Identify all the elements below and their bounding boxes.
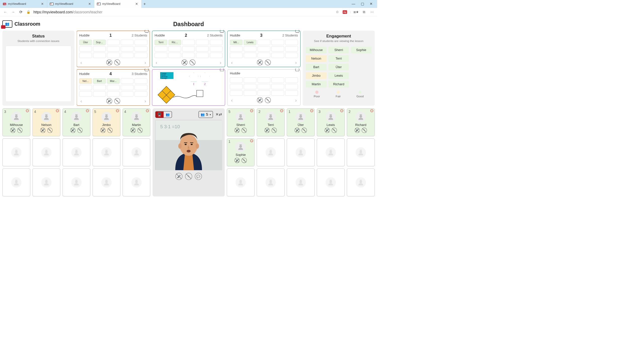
close-tab-icon[interactable]: ✕ — [88, 2, 91, 6]
chevron-left-icon[interactable]: ‹ — [79, 60, 83, 65]
student-slot-empty[interactable] — [135, 53, 147, 58]
remove-student-icon[interactable]: — — [86, 109, 89, 112]
browser-tab[interactable]: mymyViewBoard✕ — [0, 0, 47, 8]
student-slot-empty[interactable] — [93, 91, 106, 97]
student-slot-empty[interactable] — [107, 85, 119, 90]
flip-icon[interactable] — [295, 30, 299, 33]
pen-disable-icon[interactable]: ✎ — [185, 173, 192, 180]
engagement-chip[interactable]: Jimbo — [306, 72, 326, 79]
chevron-right-icon[interactable]: › — [143, 98, 147, 104]
pen-disable-icon[interactable]: ✎ — [77, 128, 82, 133]
pen-disable-icon[interactable]: ✎ — [137, 128, 143, 133]
student-card[interactable]: 4 —Martin 🎤 ✎ — [122, 108, 150, 136]
pen-disable-icon[interactable]: ✎ — [265, 97, 271, 103]
student-card[interactable]: 1 —Sophie 🎤 ✎ — [227, 138, 255, 166]
chevron-left-icon[interactable]: ‹ — [230, 97, 234, 103]
pen-disable-icon[interactable]: ✎ — [242, 128, 247, 133]
pen-disable-icon[interactable]: ✎ — [107, 128, 113, 133]
student-slot-empty[interactable] — [168, 46, 181, 52]
student-card[interactable]: 2 —Richard 🎤 ✎ — [347, 108, 375, 136]
pen-disable-icon[interactable]: ✎ — [190, 60, 195, 65]
pen-disable-icon[interactable]: ✎ — [17, 128, 22, 133]
student-slot[interactable]: Nel... — [79, 78, 92, 84]
engagement-chip[interactable]: Sophie — [351, 47, 371, 54]
student-slot-empty[interactable] — [121, 46, 133, 52]
favorites-bar-icon[interactable]: ≣★ — [354, 10, 359, 15]
engagement-chip[interactable]: Üter — [328, 64, 349, 71]
student-slot-empty[interactable] — [257, 84, 270, 89]
pen-disable-icon[interactable]: ✎ — [114, 98, 120, 104]
pen-disable-icon[interactable]: ✎ — [242, 158, 247, 163]
flip-icon[interactable] — [145, 68, 149, 71]
student-slot-empty[interactable] — [257, 91, 270, 96]
student-slot-empty[interactable] — [79, 85, 92, 90]
student-slot[interactable]: Sop... — [93, 40, 106, 45]
remove-student-icon[interactable]: — — [250, 139, 253, 142]
new-tab-button[interactable]: + — [141, 0, 148, 8]
student-slot-empty[interactable] — [196, 40, 209, 45]
student-slot-empty[interactable] — [79, 91, 92, 97]
student-card-empty[interactable] — [257, 168, 285, 196]
mic-mute-icon[interactable]: 🎤 — [182, 60, 187, 65]
student-slot-empty[interactable] — [135, 91, 147, 97]
student-slot-empty[interactable] — [93, 85, 106, 90]
student-slot-empty[interactable] — [210, 46, 223, 52]
student-card-empty[interactable] — [257, 138, 285, 166]
whiteboard-tile[interactable]: TriangleSquareRectanglePentagon 1 2 — [152, 69, 225, 106]
student-slot-empty[interactable] — [230, 91, 242, 96]
student-slot-empty[interactable] — [257, 46, 270, 52]
favorite-icon[interactable]: ✩ — [335, 10, 340, 15]
student-slot-empty[interactable] — [230, 46, 242, 52]
student-slot-empty[interactable] — [155, 53, 167, 58]
remove-student-icon[interactable]: — — [56, 109, 59, 112]
flip-icon[interactable] — [220, 68, 224, 71]
student-slot-empty[interactable] — [271, 53, 284, 58]
view-mode-toggle[interactable]: 🖥️ 👥 — [155, 111, 172, 118]
student-slot-empty[interactable] — [230, 53, 242, 58]
student-slot-empty[interactable] — [121, 91, 133, 97]
refresh-button[interactable]: ⟳ — [19, 10, 24, 15]
shuffle-button[interactable]: ✕⇄ — [216, 112, 222, 117]
mic-mute-icon[interactable]: 🎤 — [175, 173, 182, 180]
student-slot-empty[interactable] — [155, 46, 167, 52]
remove-student-icon[interactable]: — — [310, 109, 313, 112]
huddle-card[interactable]: Huddle32 Students Mil...Lewis ‹ 🎤✎ › — [227, 31, 300, 67]
student-card-empty[interactable] — [93, 138, 120, 166]
close-window-icon[interactable]: ✕ — [370, 2, 373, 6]
student-slot-empty[interactable] — [230, 77, 242, 83]
mic-mute-icon[interactable]: 🎤 — [40, 128, 46, 133]
engagement-chip[interactable]: Milhouse — [306, 47, 326, 54]
student-slot-empty[interactable] — [107, 40, 119, 45]
mic-mute-icon[interactable]: 🎤 — [257, 60, 263, 65]
remove-student-icon[interactable]: — — [26, 109, 29, 112]
mic-mute-icon[interactable]: 🎤 — [106, 60, 112, 65]
student-slot[interactable]: Lewis — [244, 40, 256, 45]
flip-icon[interactable] — [220, 30, 224, 33]
student-slot-empty[interactable] — [182, 53, 195, 58]
pen-disable-icon[interactable]: ✎ — [265, 60, 271, 65]
mic-mute-icon[interactable]: 🎤 — [325, 128, 330, 133]
student-slot-empty[interactable] — [244, 77, 256, 83]
student-slot-empty[interactable] — [196, 53, 209, 58]
student-slot-empty[interactable] — [244, 46, 256, 52]
student-slot-empty[interactable] — [121, 78, 133, 84]
student-slot[interactable]: Üter — [79, 40, 92, 45]
mode-presenter-icon[interactable]: 🖥️ — [155, 111, 163, 118]
chevron-right-icon[interactable]: › — [294, 60, 298, 65]
student-card[interactable]: 3 —Milhouse 🎤 ✎ — [2, 108, 30, 136]
mic-mute-icon[interactable]: 🎤 — [355, 128, 360, 133]
student-slot[interactable]: Bart — [93, 78, 106, 84]
remove-student-icon[interactable]: — — [340, 109, 343, 112]
student-slot-empty[interactable] — [271, 77, 284, 83]
student-slot-empty[interactable] — [121, 85, 133, 90]
student-card-empty[interactable] — [62, 168, 90, 196]
close-tab-icon[interactable]: ✕ — [135, 2, 139, 6]
student-slot-empty[interactable] — [271, 84, 284, 89]
student-card-empty[interactable] — [32, 138, 60, 166]
student-slot-empty[interactable] — [93, 53, 106, 58]
student-card[interactable]: 5 —Jimbo 🎤 ✎ — [93, 108, 120, 136]
student-slot-empty[interactable] — [285, 53, 298, 58]
student-slot[interactable]: Ric... — [168, 40, 181, 45]
student-card[interactable]: 3 —Lewis 🎤 ✎ — [317, 108, 345, 136]
student-card-empty[interactable] — [2, 138, 30, 166]
